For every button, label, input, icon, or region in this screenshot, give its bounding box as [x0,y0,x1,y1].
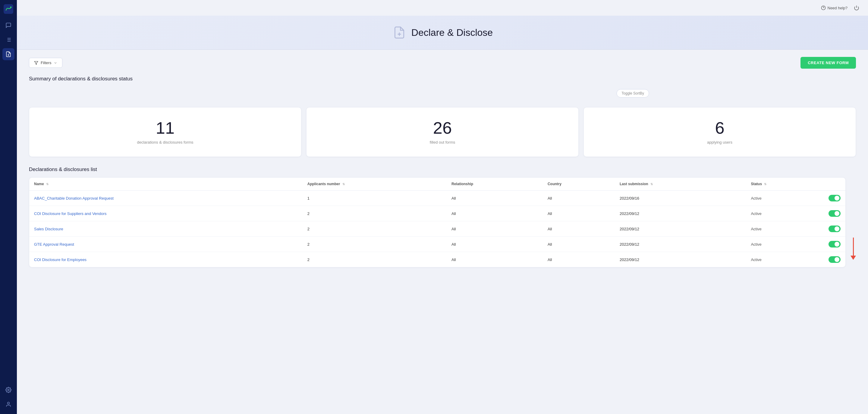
table-row: COI Disclosure for Employees 2 All All 2… [29,252,845,267]
cell-submission-0: 2022/09/16 [615,191,746,206]
power-button[interactable] [852,4,861,12]
chevron-down-icon [54,61,57,65]
cell-country-4: All [543,252,615,267]
col-actions [824,178,845,191]
table-row: COI Disclosure for Suppliers and Vendors… [29,206,845,221]
status-toggle-1[interactable] [829,210,841,217]
cell-name-0[interactable]: ABAC_Charitable Donation Approval Reques… [29,191,303,206]
col-applicants[interactable]: Applicants number ⇅ [303,178,447,191]
summary-card-forms: 11 declarations & disclosures forms [29,107,301,157]
page-header-icon [392,25,407,40]
cell-status-4: Active [746,252,824,267]
col-name[interactable]: Name ⇅ [29,178,303,191]
summary-card-users-label: applying users [591,140,848,144]
help-button[interactable]: Need help? [821,5,848,10]
summary-title: Summary of declarations & disclosures st… [29,76,133,82]
cell-toggle-1[interactable] [824,206,845,221]
sidebar-item-forms[interactable] [2,34,14,46]
table-title: Declarations & disclosures list [29,167,856,173]
cell-toggle-2[interactable] [824,221,845,237]
cell-name-1[interactable]: COI Disclosure for Suppliers and Vendors [29,206,303,221]
svg-rect-0 [4,4,13,14]
table-row: Sales Disclosure 2 All All 2022/09/12 Ac… [29,221,845,237]
cell-applicants-1: 2 [303,206,447,221]
col-status[interactable]: Status ⇅ [746,178,824,191]
cell-applicants-3: 2 [303,237,447,252]
summary-card-users: 6 applying users [584,107,856,157]
sort-icon-status: ⇅ [764,182,767,186]
cell-applicants-4: 2 [303,252,447,267]
summary-card-filled-number: 26 [314,119,571,136]
sidebar [0,0,17,414]
declarations-table: Name ⇅ Applicants number ⇅ Relationship … [29,177,846,267]
cell-country-0: All [543,191,615,206]
sidebar-bottom [2,384,14,410]
cell-country-2: All [543,221,615,237]
status-toggle-4[interactable] [829,256,841,263]
col-relationship: Relationship [447,178,543,191]
svg-point-11 [7,402,10,404]
filter-icon [34,61,38,65]
table-section: Declarations & disclosures list Name ⇅ A… [29,167,856,267]
cell-relationship-1: All [447,206,543,221]
summary-card-forms-number: 11 [36,119,294,136]
status-toggle-3[interactable] [829,241,841,247]
summary-card-forms-label: declarations & disclosures forms [36,140,294,144]
status-toggle-2[interactable] [829,226,841,232]
cell-applicants-2: 2 [303,221,447,237]
sidebar-item-chat[interactable] [2,19,14,31]
scroll-arrow-indicator [850,177,856,260]
cell-country-3: All [543,237,615,252]
content-area: Filters CREATE NEW FORM Summary of decla… [17,50,868,414]
page-header: Declare & Disclose [17,16,868,50]
status-toggle-0[interactable] [829,195,841,201]
cell-submission-3: 2022/09/12 [615,237,746,252]
cell-submission-2: 2022/09/12 [615,221,746,237]
svg-point-10 [8,389,9,391]
main-content: Need help? Declare & Disclose [17,0,868,414]
arrow-line [853,238,854,255]
sidebar-item-declare[interactable] [2,48,14,60]
page-title: Declare & Disclose [411,27,493,38]
table-row: ABAC_Charitable Donation Approval Reques… [29,191,845,206]
sidebar-item-user[interactable] [2,398,14,410]
cell-name-3[interactable]: GTE Approval Request [29,237,303,252]
cell-toggle-4[interactable] [824,252,845,267]
cell-status-3: Active [746,237,824,252]
arrow-head [850,255,856,260]
cell-status-0: Active [746,191,824,206]
summary-card-filled-label: filled out forms [314,140,571,144]
svg-point-1 [10,7,12,8]
create-new-form-button[interactable]: CREATE NEW FORM [801,57,856,69]
summary-card-users-number: 6 [591,119,848,136]
toolbar: Filters CREATE NEW FORM [29,57,856,69]
cell-country-1: All [543,206,615,221]
summary-section: Summary of declarations & disclosures st… [29,76,856,157]
toggle-sortby-button[interactable]: Toggle SortBy [616,89,649,98]
table-header-row: Name ⇅ Applicants number ⇅ Relationship … [29,178,845,191]
summary-card-filled: 26 filled out forms [306,107,579,157]
cell-submission-4: 2022/09/12 [615,252,746,267]
sort-icon-applicants: ⇅ [342,182,345,186]
col-submission[interactable]: Last submission ⇅ [615,178,746,191]
cell-applicants-0: 1 [303,191,447,206]
col-country: Country [543,178,615,191]
cell-status-1: Active [746,206,824,221]
help-label: Need help? [828,6,848,10]
cell-relationship-4: All [447,252,543,267]
cell-toggle-3[interactable] [824,237,845,252]
filter-button[interactable]: Filters [29,58,62,68]
app-logo[interactable] [3,4,14,14]
cell-name-2[interactable]: Sales Disclosure [29,221,303,237]
cell-toggle-0[interactable] [824,191,845,206]
cell-name-4[interactable]: COI Disclosure for Employees [29,252,303,267]
sidebar-item-settings[interactable] [2,384,14,396]
filter-label: Filters [41,61,51,65]
cell-status-2: Active [746,221,824,237]
topbar: Need help? [17,0,868,16]
cell-relationship-2: All [447,221,543,237]
svg-marker-17 [34,61,38,64]
cell-relationship-0: All [447,191,543,206]
cell-submission-1: 2022/09/12 [615,206,746,221]
table-row: GTE Approval Request 2 All All 2022/09/1… [29,237,845,252]
